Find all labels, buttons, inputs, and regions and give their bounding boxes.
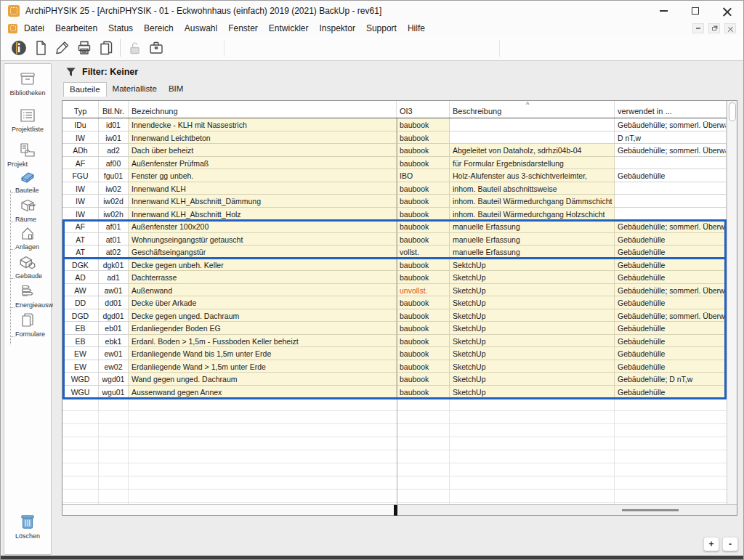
table-row[interactable]: FGUfgu01Fenster gg unbeh.IBOHolz-Alufens…: [62, 169, 727, 182]
tab-materialliste[interactable]: Materialliste: [107, 82, 163, 97]
sidebar-item-projektliste[interactable]: Projektliste: [4, 106, 51, 133]
cell-oi3[interactable]: baubook: [397, 157, 450, 170]
cell-oi3[interactable]: baubook: [397, 296, 450, 309]
cell-bezeichnung[interactable]: Außenfenster Prüfmaß: [129, 157, 397, 170]
table-row[interactable]: ADhad2Dach über beheiztbaubookAbgeleitet…: [62, 144, 727, 157]
cell-btlnr[interactable]: iw02d: [99, 195, 129, 208]
cell-bezeichnung[interactable]: Innenwand KLH: [129, 182, 397, 195]
cell-verwendet[interactable]: Gebäudehülle: [615, 360, 727, 373]
sidebar-item-anlagen[interactable]: Anlagen: [4, 224, 51, 251]
column-header-bezeichnung[interactable]: Bezeichnung: [129, 101, 397, 118]
menu-item-hilfe[interactable]: Hilfe: [408, 23, 425, 33]
sidebar-item-formulare[interactable]: Formulare: [4, 311, 51, 338]
cell-bezeichnung[interactable]: Dachterrasse: [129, 271, 397, 284]
horizontal-scrollbar[interactable]: [62, 504, 737, 515]
cell-typ[interactable]: WGD: [62, 373, 99, 386]
cell-bezeichnung[interactable]: Geschäftseingangstür: [129, 245, 397, 259]
cell-oi3[interactable]: baubook: [397, 347, 450, 360]
column-header-verwendet[interactable]: verwendet in ...: [615, 101, 727, 118]
vertical-scrollbar-thumb[interactable]: [729, 102, 736, 121]
menu-item-inspektor[interactable]: Inspektor: [320, 23, 355, 33]
cell-beschreibung[interactable]: SketchUp: [450, 360, 615, 373]
cell-typ[interactable]: EB: [62, 335, 99, 348]
cell-typ[interactable]: WGU: [62, 386, 99, 399]
cell-beschreibung[interactable]: Holz-Alufenster aus 3-schichtverleimter,: [450, 169, 615, 182]
table-row[interactable]: EBebk1Erdanl. Boden > 1,5m - Fussboden K…: [62, 335, 727, 348]
cell-oi3[interactable]: baubook: [397, 271, 450, 284]
cell-oi3[interactable]: baubook: [397, 131, 450, 145]
cell-btlnr[interactable]: at01: [99, 233, 129, 246]
vertical-scrollbar[interactable]: [727, 101, 737, 504]
cell-beschreibung[interactable]: SketchUp: [450, 335, 615, 348]
cell-verwendet[interactable]: Gebäudehülle; sommerl. Überwä: [615, 118, 727, 131]
table-row[interactable]: IWiw02hInnenwand KLH_Abschnitt_Holzbaubo…: [62, 208, 727, 221]
cell-typ[interactable]: IW: [62, 182, 99, 195]
cell-oi3[interactable]: vollst.: [397, 245, 450, 259]
cell-bezeichnung[interactable]: Außenfenster 100x200: [129, 220, 397, 233]
cell-btlnr[interactable]: wgu01: [99, 386, 129, 399]
column-header-btlnr[interactable]: Btl.Nr.: [99, 101, 129, 118]
cell-btlnr[interactable]: af00: [99, 157, 129, 170]
menu-item-auswahl[interactable]: Auswahl: [185, 23, 217, 33]
cell-verwendet[interactable]: [615, 195, 727, 208]
cell-oi3[interactable]: baubook: [397, 309, 450, 322]
cell-btlnr[interactable]: ew01: [99, 347, 129, 360]
menu-item-fenster[interactable]: Fenster: [228, 23, 258, 33]
cell-beschreibung[interactable]: [450, 118, 615, 131]
cell-btlnr[interactable]: aw01: [99, 284, 129, 297]
cell-verwendet[interactable]: Gebäudehülle; sommerl. Überwä: [615, 144, 727, 157]
cell-bezeichnung[interactable]: Innendecke - KLH mit Nassestrich: [129, 118, 397, 131]
cell-btlnr[interactable]: iw02: [99, 182, 129, 195]
cell-oi3[interactable]: baubook: [397, 259, 450, 272]
cell-beschreibung[interactable]: manuelle Erfassung: [450, 220, 615, 233]
table-row[interactable]: DDdd01Decke über ArkadebaubookSketchUpGe…: [62, 296, 727, 309]
cell-bezeichnung[interactable]: Innenwand Leichtbeton: [129, 131, 397, 145]
cell-beschreibung[interactable]: SketchUp: [450, 271, 615, 284]
cell-bezeichnung[interactable]: Erdanliegender Boden EG: [129, 322, 397, 335]
cell-oi3[interactable]: baubook: [397, 360, 450, 373]
cell-bezeichnung[interactable]: Wohnungseingangstür getauscht: [129, 233, 397, 246]
cell-verwendet[interactable]: Gebäudehülle: [615, 233, 727, 246]
cell-btlnr[interactable]: dgk01: [99, 259, 129, 272]
column-header-beschreibung[interactable]: Beschreibung: [450, 101, 615, 118]
cell-bezeichnung[interactable]: Erdanliegende Wand > 1,5m unter Erde: [129, 360, 397, 373]
cell-verwendet[interactable]: Gebäudehülle; D nT,w: [615, 373, 727, 386]
cell-typ[interactable]: EW: [62, 360, 99, 373]
menu-item-status[interactable]: Status: [108, 23, 133, 33]
cell-oi3[interactable]: baubook: [397, 386, 450, 399]
briefcase-button[interactable]: [145, 38, 167, 58]
table-row[interactable]: AFaf00Außenfenster Prüfmaßbaubookfür For…: [62, 157, 727, 170]
cell-beschreibung[interactable]: SketchUp: [450, 284, 615, 297]
cell-typ[interactable]: EW: [62, 347, 99, 360]
table-row[interactable]: WGUwgu01Aussenwand gegen AnnexbaubookSke…: [62, 386, 727, 399]
cell-beschreibung[interactable]: SektchUp: [450, 259, 615, 272]
cell-typ[interactable]: IW: [62, 208, 99, 221]
mdi-minimize-button[interactable]: [692, 23, 704, 33]
cell-typ[interactable]: ADh: [62, 144, 99, 157]
cell-btlnr[interactable]: ad1: [99, 271, 129, 284]
cell-bezeichnung[interactable]: Dach über beheizt: [129, 144, 397, 157]
cell-typ[interactable]: IW: [62, 131, 99, 145]
cell-typ[interactable]: AT: [62, 233, 99, 246]
cell-verwendet[interactable]: Gebäudehülle: [615, 296, 727, 309]
cell-typ[interactable]: FGU: [62, 169, 99, 182]
cell-beschreibung[interactable]: inhom. Bauteil Wärmedurchgang Dämmschich…: [450, 195, 615, 208]
cell-bezeichnung[interactable]: Wand gegen unged. Dachraum: [129, 373, 397, 386]
sidebar-item-raeume[interactable]: Räume: [4, 196, 51, 223]
cell-verwendet[interactable]: Gebäudehülle: [615, 322, 727, 335]
cell-typ[interactable]: AF: [62, 220, 99, 233]
cell-bezeichnung[interactable]: Decke gegen unged. Dachraum: [129, 309, 397, 322]
table-row[interactable]: EWew02Erdanliegende Wand > 1,5m unter Er…: [62, 360, 727, 373]
table-row[interactable]: IWiw02dInnenwand KLH_Abschnitt_Dämmungba…: [62, 195, 727, 208]
cell-typ[interactable]: DD: [62, 296, 99, 309]
table-row[interactable]: EWew01Erdanliegende Wand bis 1,5m unter …: [62, 347, 727, 360]
cell-btlnr[interactable]: ew02: [99, 360, 129, 373]
cell-btlnr[interactable]: id01: [99, 118, 129, 131]
cell-btlnr[interactable]: af01: [99, 220, 129, 233]
table-row[interactable]: DGDdgd01Decke gegen unged. Dachraumbaubo…: [62, 309, 727, 322]
cell-oi3[interactable]: baubook: [397, 182, 450, 195]
table-row[interactable]: ATat01Wohnungseingangstür getauschtbaubo…: [62, 233, 727, 246]
cell-verwendet[interactable]: Gebäudehülle: [615, 347, 727, 360]
sidebar-item-projekt[interactable]: Projekt: [4, 141, 51, 168]
cell-bezeichnung[interactable]: Erdanliegende Wand bis 1,5m unter Erde: [129, 347, 397, 360]
